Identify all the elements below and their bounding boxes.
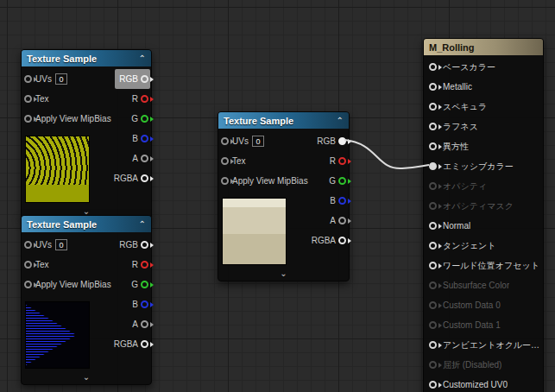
output-pin-row[interactable]: A	[128, 314, 150, 334]
output-pin[interactable]	[141, 115, 148, 123]
uvs-value-box[interactable]: 0	[55, 239, 67, 250]
output-pin[interactable]	[141, 261, 148, 269]
material-input-pin[interactable]	[429, 341, 437, 349]
texture-sample-node[interactable]: Texture Sample ⌃ UVs0TexApply View MipBi…	[218, 111, 350, 281]
output-pin-row[interactable]: G	[325, 171, 348, 191]
output-pin[interactable]	[338, 157, 346, 165]
input-pin-row[interactable]: UVs0	[218, 131, 307, 151]
material-input-row[interactable]: アンビエントオクルージョン	[424, 335, 543, 355]
collapse-chevron-icon[interactable]: ⌃	[337, 117, 344, 125]
output-pin-row[interactable]: RGB	[115, 235, 150, 255]
material-input-pin[interactable]	[429, 162, 437, 170]
material-input-row[interactable]: エミッシブカラー	[424, 156, 543, 176]
input-pin[interactable]	[24, 115, 32, 123]
output-pin[interactable]	[338, 217, 346, 224]
material-pin-label: オパシティマスク	[443, 200, 514, 212]
expand-chevron-icon[interactable]: ⌄	[22, 370, 151, 383]
output-pin[interactable]	[338, 137, 346, 145]
material-input-pin[interactable]	[429, 123, 437, 130]
material-result-node[interactable]: M_Rolling ベースカラーMetallicスペキュララフネス異方性エミッシ…	[423, 38, 544, 392]
material-input-row[interactable]: スペキュラ	[424, 97, 543, 117]
output-pin[interactable]	[338, 237, 346, 244]
input-pin-row[interactable]: Tex	[22, 89, 110, 109]
input-pin[interactable]	[24, 95, 32, 103]
pin-label: RGB	[119, 240, 138, 250]
input-pin[interactable]	[24, 241, 32, 249]
input-pin[interactable]	[24, 261, 32, 269]
input-pin[interactable]	[24, 281, 32, 288]
node-graph-canvas[interactable]: Texture Sample ⌃ UVs0TexApply View MipBi…	[0, 0, 555, 392]
material-input-pin[interactable]	[429, 242, 437, 250]
output-pin[interactable]	[141, 241, 148, 249]
material-input-pin[interactable]	[429, 381, 437, 389]
output-pin-row[interactable]: RGBA	[307, 231, 348, 250]
input-pin-row[interactable]: UVs0	[22, 69, 110, 89]
input-pin[interactable]	[221, 177, 229, 185]
texture-sample-node[interactable]: Texture Sample ⌃ UVs0TexApply View MipBi…	[21, 215, 152, 385]
pin-label: Tex	[35, 260, 49, 269]
connection-wire[interactable]	[344, 140, 429, 168]
node-header[interactable]: M_Rolling	[424, 39, 543, 55]
output-pin[interactable]	[141, 281, 148, 288]
output-pin-row[interactable]: B	[325, 191, 348, 211]
material-input-pin[interactable]	[429, 63, 437, 71]
output-pin-row[interactable]: B	[128, 129, 150, 149]
input-pin-row[interactable]: Tex	[218, 151, 307, 171]
expand-chevron-icon[interactable]: ⌄	[218, 267, 349, 279]
output-pin-row[interactable]: RGBA	[110, 334, 150, 354]
material-input-row[interactable]: ラフネス	[424, 117, 543, 136]
input-pin-row[interactable]: UVs0	[22, 235, 110, 255]
collapse-chevron-icon[interactable]: ⌃	[139, 220, 146, 229]
input-pin-row[interactable]: Apply View MipBias	[218, 171, 307, 191]
output-pin[interactable]	[141, 75, 148, 83]
material-input-row[interactable]: ワールド位置オフセット	[424, 256, 543, 275]
output-pin-row[interactable]: RGB	[312, 131, 348, 151]
output-pin-row[interactable]: G	[127, 275, 150, 294]
output-pin-row[interactable]: R	[325, 151, 348, 171]
material-input-row[interactable]: Metallic	[424, 77, 543, 97]
material-input-row[interactable]: Customized UV0	[424, 375, 543, 392]
node-header[interactable]: Texture Sample ⌃	[218, 112, 349, 129]
material-input-pin	[429, 361, 437, 369]
input-pin[interactable]	[221, 157, 229, 165]
material-input-pin[interactable]	[429, 83, 437, 91]
material-input-pin[interactable]	[429, 262, 437, 269]
output-pin[interactable]	[141, 155, 148, 162]
output-pin-row[interactable]: RGBA	[110, 168, 150, 188]
output-pin[interactable]	[141, 300, 148, 308]
output-pin[interactable]	[141, 135, 148, 142]
input-pin[interactable]	[24, 75, 32, 83]
input-pin[interactable]	[221, 137, 229, 145]
output-pin-row[interactable]: A	[128, 149, 150, 168]
output-pin[interactable]	[141, 95, 148, 103]
node-header[interactable]: Texture Sample ⌃	[22, 216, 151, 232]
output-pin[interactable]	[338, 197, 346, 205]
input-pin-row[interactable]: Apply View MipBias	[22, 275, 110, 294]
material-input-row: オパシティ	[424, 176, 543, 196]
output-pin[interactable]	[141, 320, 148, 328]
output-pin-row[interactable]: R	[128, 89, 150, 109]
output-pin[interactable]	[141, 174, 148, 182]
output-pin-row[interactable]: A	[325, 211, 348, 231]
material-input-row[interactable]: ベースカラー	[424, 57, 543, 77]
material-input-pin[interactable]	[429, 103, 437, 111]
pin-label: B	[330, 196, 336, 205]
material-input-pin[interactable]	[429, 142, 437, 150]
input-pin-row[interactable]: Apply View MipBias	[22, 109, 110, 129]
output-pin-row[interactable]: G	[127, 109, 150, 129]
texture-sample-node[interactable]: Texture Sample ⌃ UVs0TexApply View MipBi…	[21, 49, 152, 219]
output-pin-row[interactable]: RGB	[115, 69, 150, 89]
uvs-value-box[interactable]: 0	[55, 73, 67, 85]
output-pin[interactable]	[338, 177, 346, 185]
output-pin[interactable]	[141, 340, 148, 348]
material-input-pin[interactable]	[429, 222, 437, 230]
output-pin-row[interactable]: B	[128, 294, 150, 314]
material-input-row[interactable]: タンジェント	[424, 236, 543, 256]
uvs-value-box[interactable]: 0	[252, 136, 264, 147]
material-input-row[interactable]: 異方性	[424, 136, 543, 156]
material-input-row[interactable]: Normal	[424, 216, 543, 236]
collapse-chevron-icon[interactable]: ⌃	[139, 54, 146, 63]
output-pin-row[interactable]: R	[128, 255, 150, 275]
input-pin-row[interactable]: Tex	[22, 255, 110, 275]
node-header[interactable]: Texture Sample ⌃	[22, 50, 151, 66]
